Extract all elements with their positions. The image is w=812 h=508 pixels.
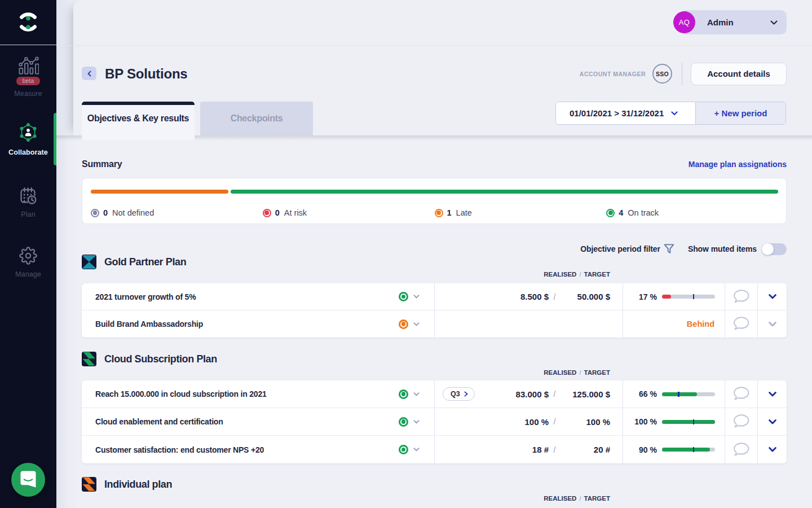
manage-icon [0,247,56,265]
plan-icon [0,186,56,205]
comment-button[interactable] [733,414,749,429]
divider [682,63,682,85]
account-manager-group: ACCOUNT MANAGER SSO Account details [580,62,812,85]
realised-column-header: REALISED [544,495,576,502]
avatar: AQ [673,11,695,33]
comment-button[interactable] [733,290,749,304]
status-dropdown[interactable] [399,319,420,329]
expected-progress-tick [693,419,695,424]
expand-row-button[interactable] [769,447,776,452]
status-donut-icon [435,209,443,217]
account-details-button[interactable]: Account details [691,63,787,85]
key-result-title-cell: Build Brand Ambassadorship [82,310,434,338]
progress-cell: 17 % [623,283,725,310]
chevron-down-icon [413,392,420,396]
sidebar-item-measure[interactable]: betaMeasure [0,56,56,85]
quarter-badge-label: Q3 [451,390,460,398]
manage-plan-assignations-link[interactable]: Manage plan assignations [689,160,787,169]
comment-button[interactable] [733,317,749,331]
target-column-header: TARGET [584,271,610,278]
progress-percentage: 100 % [630,417,657,426]
expand-row-button[interactable] [769,294,776,299]
period-controls: 01/01/2021 > 31/12/2021 + New period [555,102,786,125]
section-header: Individual plan [82,477,787,492]
value-slash: / [549,417,561,426]
status-donut-icon [399,417,408,427]
sidebar-item-label: Plan [0,211,56,218]
status-dropdown[interactable] [399,445,420,454]
tabs: Objectives & Key results Checkpoints [82,102,313,140]
status-count: 4 [619,208,623,217]
status-label: At risk [284,208,307,217]
expected-progress-tick [693,294,695,299]
comment-cell [725,436,757,463]
status-donut-icon [399,389,408,399]
comment-button[interactable] [733,443,749,457]
target-value: 50.000 $ [561,292,610,301]
key-result-title-cell: Reach 15.000.000 in cloud subscription i… [82,380,434,408]
status-label: Not defined [112,208,154,217]
comment-button[interactable] [733,387,749,401]
key-result-title: 2021 turnover growth of 5% [95,292,399,301]
sidebar-item-label: Measure [0,90,56,98]
chevron-down-icon [413,420,420,424]
expand-row-button[interactable] [769,392,776,397]
status-dropdown[interactable] [399,292,420,301]
user-name: Admin [707,17,734,27]
sidebar-item-plan[interactable]: Plan [0,186,56,205]
sidebar-item-manage[interactable]: Manage [0,247,56,265]
show-muted-items-label: Show muted items [688,244,757,253]
filter-row: Objective period filter Show muted items [82,243,787,255]
tab-objectives-key-results[interactable]: Objectives & Key results [82,102,195,140]
user-menu[interactable]: AQ Admin [673,10,787,34]
new-period-button[interactable]: + New period [695,102,785,124]
comment-cell [725,283,757,310]
measure-icon [0,56,56,75]
realised-column-header: REALISED [544,271,576,278]
summary-statuses: 0Not defined0At risk1Late4On track [91,208,778,217]
chevron-down-icon [769,419,776,424]
tab-checkpoints[interactable]: Checkpoints [200,102,313,135]
chat-launcher-button[interactable] [11,463,45,497]
progress-bar-fill [662,448,710,452]
summary-status-item: 4On track [606,208,778,217]
values-cell: Q383.000 $/125.000 $ [434,380,623,408]
target-column-header: TARGET [584,369,610,376]
key-result-title-cell: Customer satisfaction: end customer NPS … [82,436,434,463]
progress-cell: 90 % [623,436,725,463]
expand-row-button[interactable] [769,419,776,424]
app-logo[interactable] [0,0,56,45]
chevron-down-icon [413,295,420,299]
show-muted-toggle[interactable] [762,243,787,255]
status-count: 0 [275,208,280,217]
status-text: Behind [630,319,716,329]
chevron-down-icon [769,322,776,327]
realised-value: 83.000 $ [498,389,549,399]
key-result-row: Reach 15.000.000 in cloud subscription i… [82,380,787,408]
account-manager-badge[interactable]: SSO [652,64,672,84]
target-column-header: TARGET [584,495,610,502]
progress-cell: 66 % [623,380,725,408]
status-dropdown[interactable] [399,389,420,399]
status-dropdown[interactable] [399,417,420,427]
beta-badge: beta [16,77,40,85]
summary-bar-segment [231,190,778,194]
tab-label: Checkpoints [231,113,283,124]
key-result-row: Build Brand AmbassadorshipBehind [82,310,787,338]
funnel-icon[interactable] [664,244,674,254]
back-button[interactable] [82,67,96,80]
content-body: Summary Manage plan assignations 0Not de… [56,135,812,508]
section-header: Cloud Subscription Plan [82,352,787,366]
key-result-title-cell: 2021 turnover growth of 5% [82,283,434,310]
values-cell: 8.500 $/50.000 $ [434,283,623,310]
expand-row-button[interactable] [769,322,776,327]
progress-cell: 100 % [623,408,725,435]
status-count: 1 [447,208,452,217]
period-select[interactable]: 01/01/2021 > 31/12/2021 [556,102,695,124]
quarter-badge[interactable]: Q3 [443,387,475,401]
status-donut-icon [606,209,615,217]
sidebar-item-label: Manage [0,270,56,278]
sidebar-item-collaborate[interactable]: Collaborate [0,122,56,143]
progress-bar [662,295,715,299]
chevron-down-icon [769,392,776,397]
